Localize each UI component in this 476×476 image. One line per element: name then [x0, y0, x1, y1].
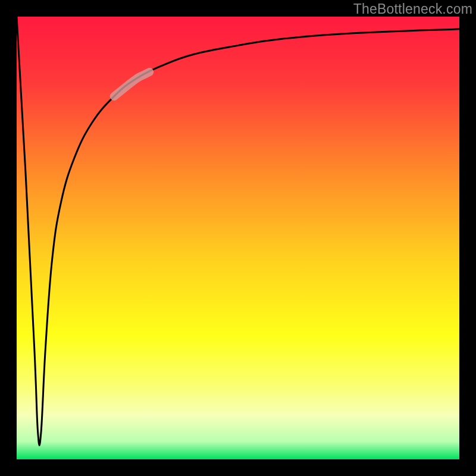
- curve-layer: [17, 17, 459, 459]
- watermark-text: TheBottleneck.com: [353, 1, 472, 17]
- bottleneck-curve: [17, 17, 459, 446]
- curve-highlight-segment: [114, 72, 150, 96]
- chart-frame: TheBottleneck.com: [0, 0, 476, 476]
- plot-area: [17, 17, 459, 459]
